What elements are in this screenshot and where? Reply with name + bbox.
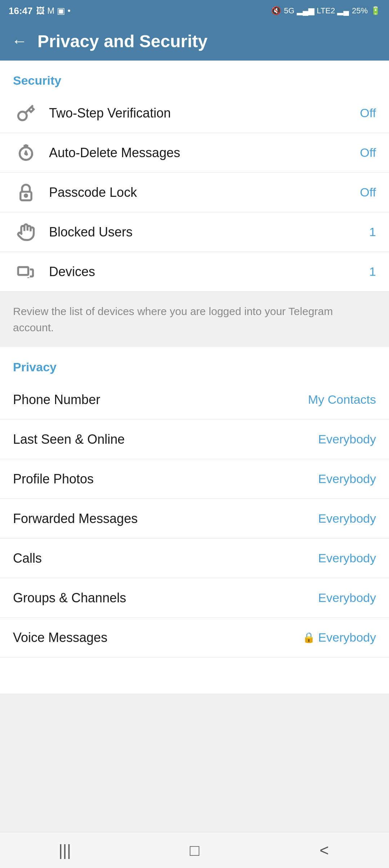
auto-delete-value: Off (360, 146, 376, 160)
bottom-navigation: ||| □ < (0, 832, 389, 868)
auto-delete-label: Auto-Delete Messages (49, 145, 360, 160)
voice-messages-label: Voice Messages (13, 630, 303, 645)
groups-channels-value: Everybody (318, 591, 376, 605)
passcode-label: Passcode Lock (49, 185, 360, 200)
phone-number-item[interactable]: Phone Number My Contacts (0, 380, 389, 420)
content-area: Security Two-Step Verification Off Auto-… (0, 61, 389, 694)
phone-number-value: My Contacts (308, 393, 376, 407)
mute-icon: 🔇 (271, 6, 281, 15)
devices-icon (13, 262, 39, 281)
two-step-label: Two-Step Verification (49, 106, 360, 121)
last-seen-label: Last Seen & Online (13, 432, 318, 447)
battery: 25% (352, 6, 368, 15)
status-icons: 🖼 M ▣ • (36, 6, 71, 16)
last-seen-value: Everybody (318, 432, 376, 446)
status-right: 🔇 5G ▂▄▆ LTE2 ▂▄ 25% 🔋 (271, 6, 380, 15)
calls-value: Everybody (318, 551, 376, 565)
two-step-verification-item[interactable]: Two-Step Verification Off (0, 93, 389, 133)
passcode-value: Off (360, 185, 376, 199)
devices-description: Review the list of devices where you are… (0, 292, 389, 347)
groups-channels-item[interactable]: Groups & Channels Everybody (0, 578, 389, 618)
devices-item[interactable]: Devices 1 (0, 252, 389, 292)
blocked-users-item[interactable]: Blocked Users 1 (0, 212, 389, 252)
auto-delete-item[interactable]: Auto-Delete Messages Off (0, 133, 389, 173)
profile-photos-item[interactable]: Profile Photos Everybody (0, 459, 389, 499)
blocked-users-label: Blocked Users (49, 225, 369, 240)
svg-point-1 (25, 153, 27, 154)
hand-icon (13, 223, 39, 242)
premium-lock-icon: 🔒 (303, 632, 315, 643)
calls-label: Calls (13, 551, 318, 566)
lock-icon (13, 183, 39, 202)
status-bar: 16:47 🖼 M ▣ • 🔇 5G ▂▄▆ LTE2 ▂▄ 25% 🔋 (0, 0, 389, 22)
forwarded-messages-value: Everybody (318, 511, 376, 526)
voice-messages-value: 🔒 Everybody (303, 630, 376, 645)
clock-icon (13, 143, 39, 162)
devices-label: Devices (49, 264, 369, 279)
status-left: 16:47 🖼 M ▣ • (9, 5, 71, 17)
security-section-header: Security (0, 61, 389, 93)
page-title: Privacy and Security (37, 31, 207, 51)
home-button[interactable]: □ (173, 836, 216, 865)
back-nav-button[interactable]: < (303, 836, 346, 865)
phone-number-label: Phone Number (13, 392, 308, 407)
forwarded-messages-label: Forwarded Messages (13, 511, 318, 526)
calls-item[interactable]: Calls Everybody (0, 539, 389, 578)
profile-photos-value: Everybody (318, 472, 376, 486)
privacy-section-header: Privacy (0, 347, 389, 380)
recent-apps-button[interactable]: ||| (43, 836, 86, 865)
key-icon (13, 104, 39, 123)
svg-rect-4 (18, 267, 28, 275)
profile-photos-label: Profile Photos (13, 471, 318, 487)
passcode-lock-item[interactable]: Passcode Lock Off (0, 173, 389, 212)
back-button[interactable]: ← (12, 33, 27, 49)
devices-value: 1 (369, 265, 376, 279)
last-seen-item[interactable]: Last Seen & Online Everybody (0, 420, 389, 459)
svg-point-3 (25, 194, 27, 197)
battery-icon: 🔋 (371, 6, 380, 15)
page-header: ← Privacy and Security (0, 22, 389, 61)
voice-messages-item[interactable]: Voice Messages 🔒 Everybody (0, 618, 389, 657)
two-step-value: Off (360, 106, 376, 120)
groups-channels-label: Groups & Channels (13, 590, 318, 606)
signal-icons: 5G ▂▄▆ LTE2 ▂▄ (284, 6, 349, 15)
status-time: 16:47 (9, 5, 33, 17)
forwarded-messages-item[interactable]: Forwarded Messages Everybody (0, 499, 389, 539)
blocked-users-value: 1 (369, 225, 376, 239)
